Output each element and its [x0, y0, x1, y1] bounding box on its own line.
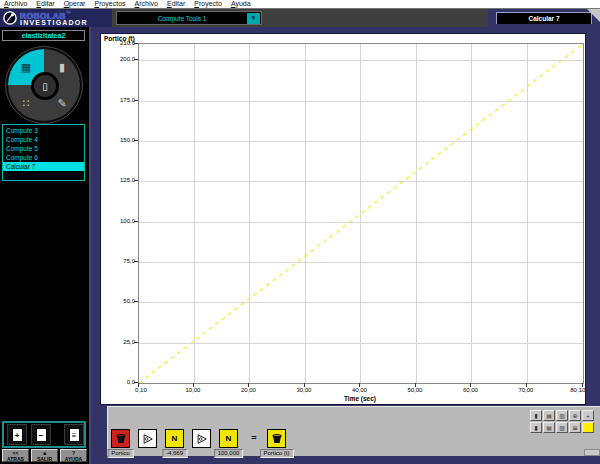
y-scale-icon[interactable]: ▥ — [556, 410, 568, 421]
y-tick-mark — [134, 261, 138, 262]
x-tick-mark — [248, 383, 249, 387]
x-tick-label: 0,10 — [135, 387, 147, 393]
cursor-move-icon[interactable]: ▮ — [530, 422, 542, 433]
blocks-icon: ∷ — [23, 98, 30, 109]
block-label[interactable]: Portico (t) — [259, 449, 293, 458]
play-triangle-icon — [141, 432, 155, 446]
y-tick-mark — [134, 180, 138, 181]
tool-selector-dropdown[interactable]: Compute Tools 1 ▼ — [116, 11, 262, 25]
nav-document-button[interactable]: ▯ — [31, 72, 59, 100]
bucket-icon — [114, 432, 128, 446]
list-item[interactable]: Compute 6 — [3, 153, 84, 162]
container-block[interactable] — [267, 429, 286, 448]
v-gridline — [194, 44, 195, 383]
x-tick-mark — [470, 383, 471, 387]
chevron-down-icon[interactable]: ▼ — [247, 13, 260, 24]
function-block[interactable] — [138, 429, 157, 448]
x-tick-label: 40,00 — [352, 387, 367, 393]
logo: ROBOLAB™ INVESTIGADOR — [0, 9, 112, 27]
numeric-block[interactable]: N-4,669 — [165, 429, 184, 448]
project-name: elastizitatea2 — [2, 30, 85, 41]
resize-corner[interactable] — [584, 449, 600, 456]
v-gridline — [527, 44, 528, 383]
formula-panel: ▮▤▥⊕+▮▤▥⊞ PorticoN-4,669N100,000=Portico… — [107, 406, 600, 456]
list-item[interactable]: Compute 5 — [3, 144, 84, 153]
y-tick-label: 150,0 — [102, 137, 135, 143]
y-tick-label: 175,0 — [102, 97, 135, 103]
x-tick-label: 30,00 — [296, 387, 311, 393]
salir-button[interactable]: ■SALIR — [31, 449, 58, 462]
container-block[interactable]: Portico (t) — [267, 429, 286, 448]
play-triangle-icon — [195, 432, 209, 446]
y-tick-label: 100,0 — [102, 218, 135, 224]
y-tick-label: 75,0 — [102, 258, 135, 264]
calculator-icon: ▦ — [21, 62, 31, 73]
function-block[interactable] — [192, 429, 211, 448]
v-gridline — [471, 44, 472, 383]
tab-zone: Calcular 7 — [488, 9, 600, 27]
menu-item-3[interactable]: Operar — [64, 0, 86, 8]
container-block[interactable] — [111, 429, 130, 448]
header-band: Compute Tools 1 ▼ Calcular 7 — [112, 9, 600, 27]
y-tick-label: 0,0 — [102, 379, 135, 385]
x-tick-mark — [526, 383, 527, 387]
menu-item-7[interactable]: Proyecto — [194, 0, 222, 8]
menu-item-5[interactable]: Archivo — [135, 0, 158, 8]
list-item[interactable]: Compute 4 — [3, 135, 84, 144]
equals-sign: = — [249, 429, 259, 448]
y-tick-label: 50,0 — [102, 298, 135, 304]
robolab-window: ArchivoEditarOperarProyectosArchivoEdita… — [0, 0, 600, 464]
v-gridline — [416, 44, 417, 383]
numeric-block[interactable]: N100,000 — [219, 429, 238, 448]
numeric-constant-block[interactable]: N — [165, 429, 184, 448]
block-label[interactable]: 100,000 — [214, 449, 244, 458]
y-tick-label: 200,0 — [102, 56, 135, 62]
menu-item-1[interactable]: Archivo — [4, 0, 27, 8]
robolab-logo-icon — [3, 11, 17, 25]
tool-selector-value: Compute Tools 1 — [117, 15, 247, 22]
x-scale-icon[interactable]: ▤ — [543, 410, 555, 421]
sensor-icon: ▮ — [59, 62, 65, 73]
list-item[interactable]: Compute 3 — [3, 126, 84, 135]
x-tick-label: 70,00 — [518, 387, 533, 393]
add-page-button[interactable]: + — [7, 424, 27, 445]
menu-item-2[interactable]: Editar — [36, 0, 54, 8]
page-list-button[interactable]: ≡ — [64, 424, 84, 445]
nav-wheel: ▦ ▮ ∷ ✎ ▯ — [5, 46, 83, 124]
y-autoscale-icon[interactable]: ▥ — [556, 422, 568, 433]
sidebar: elastizitatea2 ▦ ▮ ∷ ✎ ▯ Compute 3Comput… — [0, 27, 89, 464]
numeric-constant-block[interactable]: N — [219, 429, 238, 448]
cursor-lock-icon[interactable]: ▮ — [530, 410, 542, 421]
tab-calcular-7[interactable]: Calcular 7 — [496, 12, 592, 24]
x-tick-label: 10,00 — [185, 387, 200, 393]
x-autoscale-icon[interactable]: ▤ — [543, 422, 555, 433]
block-label[interactable]: -4,669 — [162, 449, 187, 458]
menu-item-6[interactable]: Editar — [167, 0, 185, 8]
container-block[interactable]: Portico — [111, 429, 130, 448]
menu-item-4[interactable]: Proyectos — [94, 0, 125, 8]
ayuda-button[interactable]: ?AYUDA — [60, 449, 87, 462]
zoom-icon[interactable]: ⊕ — [569, 410, 581, 421]
list-item[interactable]: Calcular 7 — [3, 162, 84, 171]
function-block[interactable] — [138, 429, 157, 448]
plot-color-swatch[interactable] — [582, 422, 594, 433]
v-gridline — [305, 44, 306, 383]
atras-button[interactable]: <<ATRAS — [2, 449, 29, 462]
menu-bar: ArchivoEditarOperarProyectosArchivoEdita… — [0, 0, 600, 9]
page-controls: +−≡ — [2, 421, 86, 448]
function-block[interactable] — [192, 429, 211, 448]
y-tick-mark — [134, 221, 138, 222]
add-page-icon: + — [12, 428, 23, 442]
logo-title: ROBOLAB™ — [20, 9, 88, 20]
remove-page-button[interactable]: − — [31, 424, 51, 445]
x-tick-mark — [193, 383, 194, 387]
x-tick-mark — [359, 383, 360, 387]
menu-item-8[interactable]: Ayuda — [231, 0, 251, 8]
zoom-in-icon[interactable]: + — [582, 410, 594, 421]
x-tick-mark — [138, 383, 139, 387]
chart-x-axis-title: Time (sec) — [138, 395, 582, 402]
edit-icon: ✎ — [57, 98, 66, 109]
page-list-icon: ≡ — [69, 428, 80, 442]
pan-icon[interactable]: ⊞ — [569, 422, 581, 433]
block-label[interactable]: Portico — [107, 449, 134, 458]
